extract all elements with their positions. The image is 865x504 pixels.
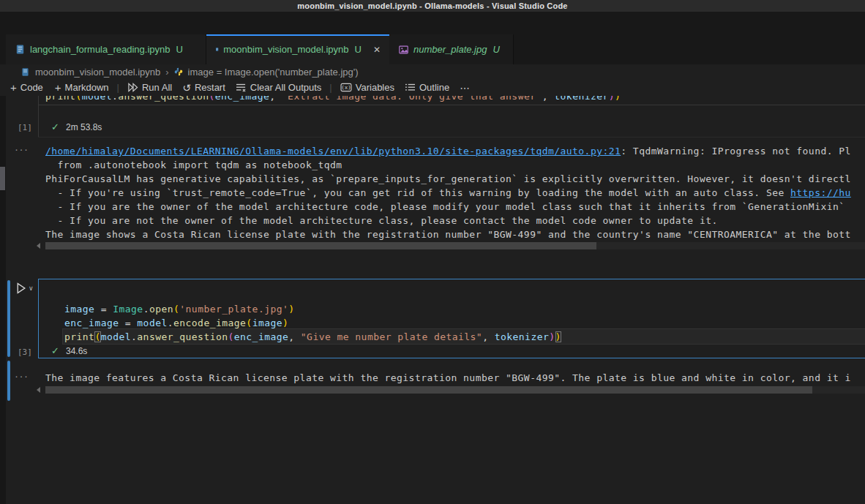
code-token: model: [137, 317, 167, 328]
code-token: (: [209, 96, 215, 102]
cell3-output-block: The image features a Costa Rican license…: [45, 371, 851, 385]
tab-langchain-formula-reading[interactable]: langchain_formula_reading.ipynb U: [6, 34, 206, 64]
cell1-editor-bottom-border: [38, 105, 865, 105]
clear-outputs-icon: [236, 83, 247, 92]
git-untracked-badge: U: [176, 44, 183, 55]
breadcrumb-symbol[interactable]: image = Image.open('number_plate.jpg'): [188, 67, 359, 78]
tab-bar-lead-space: [0, 34, 6, 64]
code-token: model: [82, 96, 112, 102]
code-token: (: [228, 331, 234, 342]
add-markdown-label: Markdown: [65, 82, 109, 93]
python-symbol-icon: [174, 67, 183, 76]
code-token: ,: [482, 331, 495, 342]
code-token: tokenizer: [554, 96, 609, 102]
cell1-left-border: [38, 96, 39, 138]
notebook-toolbar: + Code + Markdown | Run All ↺ Restart Cl…: [0, 79, 865, 96]
git-untracked-badge: U: [493, 44, 499, 55]
code-token: ): [288, 304, 294, 315]
editor-tab-bar: langchain_formula_reading.ipynb U moonbi…: [0, 34, 865, 64]
close-icon[interactable]: ✕: [373, 45, 381, 55]
code-token: ): [609, 96, 615, 102]
restart-button[interactable]: ↺ Restart: [182, 82, 225, 94]
output-link[interactable]: https://hu: [790, 187, 851, 198]
left-edge-scrollbar-thumb[interactable]: [0, 167, 5, 190]
clear-all-outputs-button[interactable]: Clear All Outputs: [236, 82, 322, 93]
tab-number-plate-jpg[interactable]: number_plate.jpg U: [389, 34, 514, 64]
code-line[interactable]: enc_image = model.encode_image(image): [64, 316, 561, 330]
toolbar-divider: |: [117, 82, 119, 93]
variables-button[interactable]: (x) Variables: [340, 82, 394, 93]
scroll-left-arrow-icon[interactable]: [37, 243, 40, 249]
code-token: ,: [542, 96, 555, 102]
restart-label: Restart: [195, 82, 225, 93]
output-line: from .autonotebook import tqdm as notebo…: [45, 158, 851, 172]
success-check-icon: ✓: [51, 345, 59, 356]
code-token: encode_image: [173, 317, 246, 328]
plus-icon: +: [10, 82, 17, 93]
outline-label: Outline: [419, 82, 449, 93]
output-menu-ellipsis-icon[interactable]: ···: [15, 143, 29, 155]
notebook-icon: [15, 44, 26, 55]
cell1-output-block: /home/himalay/Documents/LEARNING/Ollama-…: [45, 144, 851, 241]
code-token: - If you are the owner of the model arch…: [45, 201, 845, 212]
breadcrumb: moonbim_vision_model.ipynb › image = Ima…: [0, 64, 865, 79]
output-menu-ellipsis-icon[interactable]: ···: [15, 369, 29, 382]
tab-moonbim-vision-model[interactable]: moonbim_vision_model.ipynb U ✕: [206, 34, 389, 64]
tab-label: langchain_formula_reading.ipynb: [30, 44, 171, 55]
output-line: The image features a Costa Rican license…: [45, 371, 851, 385]
clear-outputs-label: Clear All Outputs: [250, 82, 322, 93]
code-token: The image features a Costa Rican license…: [45, 372, 851, 383]
code-token: - If you're using `trust_remote_code=Tru…: [45, 187, 790, 198]
outline-button[interactable]: Outline: [405, 82, 449, 93]
focused-cell-indicator-bar: [7, 280, 10, 357]
code-line[interactable]: print(model.answer_question(enc_image, "…: [64, 330, 561, 344]
output-line: PhiForCausalLM has generative capabiliti…: [45, 172, 851, 186]
add-code-cell-button[interactable]: + Code: [10, 82, 43, 93]
code-line[interactable]: image = Image.open('number_plate.jpg'): [64, 302, 561, 316]
code-token: answer_question: [137, 331, 228, 342]
cell3-code[interactable]: image = Image.open('number_plate.jpg') e…: [64, 302, 561, 344]
code-token: 'number_plate.jpg': [179, 304, 288, 315]
h-scrollbar-thumb[interactable]: [45, 242, 596, 249]
restart-icon: ↺: [182, 82, 191, 94]
code-token: answer_question: [118, 96, 209, 102]
add-markdown-cell-button[interactable]: + Markdown: [55, 82, 109, 93]
breadcrumb-file[interactable]: moonbim_vision_model.ipynb: [35, 67, 160, 78]
tab-label: number_plate.jpg: [413, 44, 487, 55]
plus-icon: +: [55, 82, 61, 93]
tab-label: moonbim_vision_model.ipynb: [223, 44, 348, 55]
run-all-label: Run All: [142, 82, 172, 93]
run-all-button[interactable]: Run All: [127, 82, 172, 93]
outline-icon: [405, 83, 416, 92]
code-token: print: [64, 331, 94, 342]
code-token: ,: [288, 331, 301, 342]
code-token: =: [94, 304, 113, 315]
add-code-label: Code: [20, 82, 43, 93]
output-line: - If you are the owner of the model arch…: [45, 200, 851, 214]
code-token: enc_image: [215, 96, 270, 102]
window-top-strip: [0, 12, 865, 34]
code-token: ): [555, 331, 561, 342]
toolbar-more-button[interactable]: ⋯: [460, 82, 471, 94]
title-bar: moonbim_vision_model.ipynb - Ollama-mode…: [0, 0, 865, 12]
code-token: image: [252, 317, 282, 328]
run-cell-button[interactable]: ∨: [15, 282, 34, 295]
code-token: ): [549, 331, 555, 342]
output-link[interactable]: /home/himalay/Documents/LEARNING/Ollama-…: [45, 146, 621, 157]
h-scrollbar-thumb[interactable]: [45, 386, 812, 394]
code-token: model: [101, 331, 131, 342]
code-token: ,: [269, 96, 282, 102]
editor-left-strip: [0, 96, 6, 504]
code-line[interactable]: print(model.answer_question(enc_image, "…: [45, 96, 621, 102]
code-token: enc_image: [64, 317, 119, 328]
scroll-left-arrow-icon[interactable]: [37, 387, 40, 393]
code-token: : TqdmWarning: IProgress not found. Pl: [621, 146, 851, 157]
cell1-status-bottom-border: [38, 137, 865, 138]
output-line: - If you are not the owner of the model …: [45, 214, 851, 227]
output-line-with-link[interactable]: - If you're using `trust_remote_code=Tru…: [45, 186, 851, 200]
focused-output-indicator-bar: [7, 361, 10, 401]
svg-text:(x): (x): [341, 84, 351, 91]
output-line-with-link[interactable]: /home/himalay/Documents/LEARNING/Ollama-…: [45, 144, 851, 158]
cell3-duration: 34.6s: [66, 346, 87, 356]
chevron-down-icon[interactable]: ∨: [29, 285, 34, 292]
